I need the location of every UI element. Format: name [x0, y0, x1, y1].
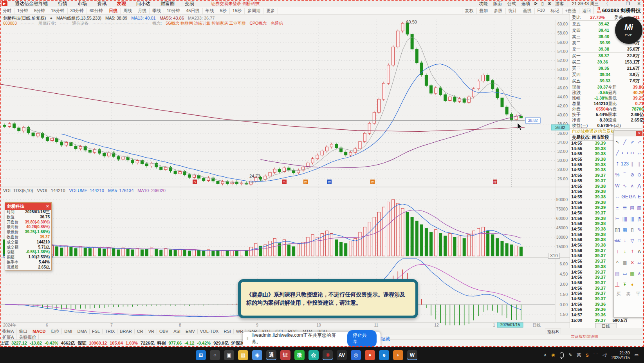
- taskbar-icon-app-red[interactable]: 证: [280, 350, 290, 360]
- draw-tool-icon[interactable]: ⌢: [614, 191, 621, 202]
- taskbar-icon-app-teal[interactable]: 会: [308, 350, 319, 360]
- menu-item-通达信金融终端[interactable]: 通达信金融终端: [10, 0, 53, 7]
- taskbar-icon-file-explorer[interactable]: ▨: [238, 350, 248, 360]
- draw-tool-icon[interactable]: ▥: [636, 202, 643, 213]
- tool-画线[interactable]: 画线: [520, 8, 534, 14]
- draw-tool-icon[interactable]: ▤: [629, 202, 636, 213]
- period-60分钟[interactable]: 60分钟: [87, 8, 106, 14]
- draw-tool-icon[interactable]: ||||: [621, 213, 629, 224]
- draw-tool-icon[interactable]: ✎: [636, 224, 643, 235]
- draw-tool-icon[interactable]: ↖: [614, 136, 621, 147]
- draw-tool-icon[interactable]: %: [614, 169, 621, 180]
- draw-tool-icon[interactable]: |¶: [636, 213, 643, 224]
- period-5秒[interactable]: 5秒: [217, 8, 230, 14]
- draw-tool-icon[interactable]: ╱: [621, 136, 629, 147]
- taskbar-clock[interactable]: 21:39 2025/1/15: [612, 350, 630, 360]
- draw-tool-icon[interactable]: ↔: [636, 147, 643, 158]
- menu-item-资讯[interactable]: 资讯: [92, 0, 112, 7]
- draw-tool-icon[interactable]: ⊘: [629, 169, 636, 180]
- period-更多[interactable]: 更多: [263, 8, 278, 14]
- indicator-tab-BRAR[interactable]: BRAR: [117, 329, 135, 334]
- ime-icon[interactable]: S: [586, 353, 588, 358]
- period-30分钟[interactable]: 30分钟: [68, 8, 87, 14]
- draw-tool-icon[interactable]: □: [636, 235, 643, 246]
- taskbar-icon-tdx[interactable]: 通: [266, 350, 276, 360]
- period-5分钟[interactable]: 5分钟: [31, 8, 48, 14]
- message-icon[interactable]: ⟳: [534, 1, 538, 6]
- period-周线[interactable]: 周线: [121, 8, 135, 14]
- draw-tool-icon[interactable]: ▦: [621, 224, 629, 235]
- stop-sharing-button[interactable]: 停止共享: [347, 330, 377, 347]
- period-分时[interactable]: 分时: [0, 8, 14, 14]
- taskbar-icon-start[interactable]: ⊞: [196, 350, 206, 360]
- menu-item-发现[interactable]: 发现: [112, 0, 131, 7]
- draw-tool-icon[interactable]: ⤴: [629, 246, 636, 257]
- draw-tool-icon[interactable]: Ŧ: [621, 279, 629, 290]
- menu-item-公式[interactable]: 公式: [507, 1, 516, 7]
- draw-tool-icon[interactable]: A: [636, 246, 643, 257]
- taskbar-icon-search[interactable]: ○: [210, 350, 220, 360]
- collapse-button[interactable]: 〈: [603, 1, 610, 7]
- draw-tool-icon[interactable]: ↑: [614, 246, 621, 257]
- period-季线[interactable]: 季线: [150, 8, 164, 14]
- indicator-tab-TRIX[interactable]: TRIX: [103, 329, 117, 334]
- draw-tool-icon[interactable]: W: [614, 180, 621, 191]
- indicator-tab-VR[interactable]: VR: [146, 329, 157, 334]
- menu-item-问小达[interactable]: 问小达: [131, 0, 155, 7]
- tool-多股[interactable]: 多股: [491, 8, 505, 14]
- draw-tool-icon[interactable]: ▭: [621, 268, 629, 279]
- microphone-icon[interactable]: [560, 352, 564, 358]
- mail-icon[interactable]: ✉: [548, 1, 551, 6]
- menu-item-版面[interactable]: 版面: [493, 1, 502, 7]
- indicator-tab-EMV[interactable]: EMV: [183, 329, 198, 334]
- draw-tool-icon[interactable]: ↓: [621, 235, 629, 246]
- hide-share-bar-link[interactable]: 隐藏: [381, 336, 390, 342]
- draw-tool-icon[interactable]: |||: [629, 213, 636, 224]
- taskbar-icon-edge[interactable]: e: [379, 350, 389, 360]
- palette-footer-卖[interactable]: 卖: [626, 291, 630, 297]
- draw-tool-icon[interactable]: ▩: [621, 257, 629, 268]
- taskbar-icon-task-view[interactable]: ▣: [224, 350, 234, 360]
- pen-icon[interactable]: ✎: [568, 352, 572, 358]
- indicator-tab-CR[interactable]: CR: [135, 329, 146, 334]
- tool-统计[interactable]: 统计: [505, 8, 520, 14]
- draw-tool-icon[interactable]: ∿: [621, 180, 629, 191]
- period-15分钟[interactable]: 15分钟: [48, 8, 67, 14]
- tool-复权[interactable]: 复权: [462, 8, 476, 14]
- tool-F10[interactable]: F10: [534, 8, 548, 14]
- menu-item-财富圈[interactable]: 财富圈: [155, 0, 180, 7]
- close-button[interactable]: ✕: [635, 1, 642, 6]
- volume-icon[interactable]: ◁⁾: [603, 352, 607, 358]
- indicator-tab-VOL-TDX[interactable]: VOL-TDX: [198, 329, 222, 334]
- draw-tool-icon[interactable]: ∧: [629, 180, 636, 191]
- bid-level-row[interactable]: 买五39.337.9万: [570, 78, 642, 84]
- draw-tool-icon[interactable]: GE: [621, 191, 629, 202]
- phone-icon[interactable]: ▯: [541, 1, 544, 6]
- ask-level-row[interactable]: 卖一39.3835.0万: [570, 46, 642, 52]
- palette-footer-平[interactable]: 平: [636, 291, 640, 297]
- indicator-tab-DMI[interactable]: DMI: [62, 329, 75, 334]
- draw-tool-icon[interactable]: ✕: [629, 257, 636, 268]
- period-月线[interactable]: 月线: [135, 8, 150, 14]
- draw-tool-icon[interactable]: ☰: [621, 202, 629, 213]
- draw-tool-icon[interactable]: ᴬ: [614, 257, 621, 268]
- draw-tool-icon[interactable]: ♦: [629, 279, 636, 290]
- draw-tool-icon[interactable]: GA: [629, 191, 636, 202]
- indicator-tab-RSI[interactable]: RSI: [221, 329, 233, 334]
- period-15秒[interactable]: 15秒: [230, 8, 245, 14]
- palette-close-icon[interactable]: ✕: [636, 131, 642, 136]
- period-日线[interactable]: 日线: [106, 8, 121, 14]
- draw-tool-icon[interactable]: ▤: [614, 268, 621, 279]
- draw-tool-icon[interactable]: Ξ: [614, 202, 621, 213]
- taskbar-icon-app-orange[interactable]: ●: [365, 350, 375, 360]
- draw-tool-icon[interactable]: ⇡: [614, 158, 621, 169]
- indicator-tab-MACD[interactable]: MACD: [30, 329, 48, 334]
- draw-tool-icon[interactable]: ↤: [629, 147, 636, 158]
- bid-level-row[interactable]: 买四39.343.9万: [570, 71, 642, 78]
- period-年线[interactable]: 年线: [203, 8, 217, 14]
- draw-tool-icon[interactable]: ▱: [636, 257, 643, 268]
- bid-level-row[interactable]: 买一39.3722.8万: [570, 53, 642, 59]
- draw-tool-icon[interactable]: ▯: [629, 224, 636, 235]
- draw-tool-icon[interactable]: ⋀: [636, 180, 643, 191]
- indicator-tab-FSL[interactable]: FSL: [90, 329, 103, 334]
